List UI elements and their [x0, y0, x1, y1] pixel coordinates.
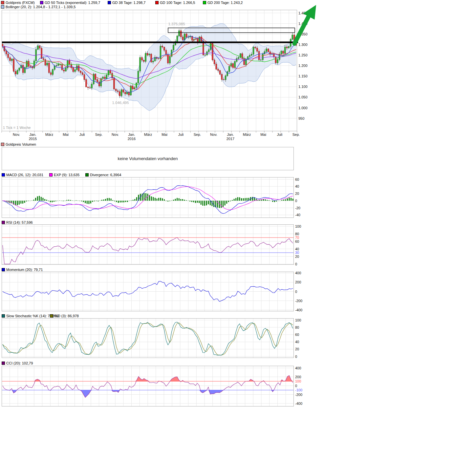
time-axis-month: Nov. — [9, 133, 24, 136]
legend-swatch — [2, 268, 5, 271]
legend-swatch — [1, 143, 4, 146]
svg-text:1.375,085: 1.375,085 — [168, 22, 185, 26]
indicator-axis-label: 0 — [295, 262, 297, 266]
indicator-axis-label: 20 — [295, 255, 299, 259]
time-axis-month: Nov. — [206, 133, 221, 136]
time-axis-month: Mai — [256, 133, 270, 136]
main-chart-legend-row2: Bollinger (20, 2): 1.204,8 - 1.272,1 - 1… — [0, 5, 315, 9]
indicator-axis-label: 100 — [295, 318, 301, 322]
legend-swatch — [2, 173, 5, 176]
time-axis-month: März — [240, 133, 254, 136]
legend-item: GD 200 Tage: 1.243,2 — [203, 1, 243, 5]
legend-item: Bollinger (20, 2): 1.204,8 - 1.272,1 - 1… — [1, 5, 76, 9]
indicator-axis-label: 60 — [295, 239, 299, 243]
indicator-axis-label: 200 — [295, 280, 301, 284]
legend-swatch — [85, 173, 89, 176]
indicator-axis-label: -400 — [295, 402, 302, 405]
legend-item: Divergence: 6,3964 — [85, 173, 121, 177]
time-axis-month: Juli — [75, 133, 89, 136]
indicator-axis-label: 400 — [295, 366, 301, 370]
time-axis-month: Juli — [272, 133, 287, 136]
time-axis-month: Jan. — [124, 133, 139, 136]
indicator-axis-label: -400 — [295, 308, 302, 312]
main-price-chart[interactable]: 1.375,0851.046,4951 Tick = 1 Woche — [2, 10, 297, 131]
price-axis-label: 1.050 — [298, 95, 308, 99]
legend-swatch — [1, 1, 4, 4]
legend-label: CCI (20): 102,79 — [6, 361, 33, 365]
time-axis-month: Jan. — [26, 133, 40, 136]
indicator-axis-label: -100 — [295, 388, 302, 392]
legend-item: MACD (26, 12): 20,031 — [2, 173, 43, 177]
momentum-panel[interactable] — [2, 272, 294, 311]
indicator-axis-label: 100 — [295, 224, 301, 228]
legend-label: Goldpreis (FXCM) — [6, 1, 35, 5]
time-axis-year: 2017 — [223, 137, 238, 141]
legend-label: Momentum (20): 79,71 — [6, 268, 43, 272]
legend-item: %D (3): 86,978 — [50, 314, 79, 318]
indicator-axis-label: 100 — [295, 379, 301, 383]
legend-item: Goldpreis (FXCM) — [1, 1, 35, 5]
cci-panel[interactable] — [2, 366, 294, 406]
indicator-axis-label: 30 — [295, 251, 299, 255]
time-axis-month: Mai — [58, 133, 73, 136]
legend-item: CCI (20): 102,79 — [2, 361, 33, 365]
volume-legend: Goldpreis Volumen — [0, 142, 315, 147]
time-axis-month: Sep. — [289, 133, 303, 136]
indicator-axis-label: 0 — [295, 355, 297, 359]
legend-swatch — [40, 1, 43, 4]
time-axis-month: Mai — [157, 133, 172, 136]
indicator-axis-label: -40 — [295, 213, 300, 217]
volume-empty-message: keine Volumendaten vorhanden — [118, 156, 178, 161]
stochastic-panel[interactable] — [2, 318, 294, 358]
indicator-axis-label: 0 — [295, 199, 297, 203]
rsi-panel[interactable] — [2, 224, 294, 265]
indicator-axis-label: -20 — [295, 206, 300, 210]
indicator-axis-label: 200 — [295, 375, 301, 379]
indicator-axis-label: 0 — [295, 290, 297, 294]
time-axis-month: Jan. — [223, 133, 238, 136]
indicator-axis-label: 60 — [295, 177, 299, 181]
legend-label: RSI (14): 57,596 — [6, 220, 33, 224]
legend-swatch — [1, 5, 4, 9]
legend-item: RSI (14): 57,596 — [2, 220, 33, 224]
legend-label: GD 38 Tage: 1.298,7 — [112, 1, 145, 5]
legend-label: GD 200 Tage: 1.243,2 — [207, 1, 243, 5]
legend-swatch — [203, 1, 206, 4]
legend-label: GD 100 Tage: 1.266,5 — [160, 1, 195, 5]
indicator-axis-label: 20 — [295, 347, 299, 351]
price-axis-label: 1.250 — [298, 53, 308, 57]
legend-label: EXP (9): 13,635 — [54, 173, 79, 177]
price-axis-label: 1.100 — [298, 85, 308, 89]
legend-label: MACD (26, 12): 20,031 — [6, 173, 43, 177]
legend-swatch — [155, 1, 159, 4]
chart-page: { "main_chart": { "legend": [ {"label":"… — [0, 0, 476, 456]
time-axis-month: Sep. — [92, 133, 106, 136]
indicator-axis-label: 60 — [295, 333, 299, 337]
legend-label: %D (3): 86,978 — [54, 314, 79, 318]
time-axis-year: 2015 — [26, 137, 40, 141]
legend-item: Momentum (20): 79,71 — [2, 268, 43, 272]
svg-text:1.046,495: 1.046,495 — [112, 101, 129, 105]
time-axis-month: März — [42, 133, 56, 136]
indicator-axis-label: 20 — [295, 192, 299, 196]
legend-swatch — [49, 173, 53, 176]
legend-swatch — [50, 314, 53, 318]
time-axis-month: März — [141, 133, 155, 136]
main-chart-legend-row1: Goldpreis (FXCM)GD 50 Ticks (exponential… — [0, 1, 315, 5]
indicator-axis-label: 80 — [295, 325, 299, 329]
legend-item: GD 100 Tage: 1.266,5 — [155, 1, 195, 5]
indicator-axis-label: 40 — [295, 184, 299, 188]
svg-text:1 Tick = 1 Woche: 1 Tick = 1 Woche — [3, 126, 31, 130]
indicator-axis-label: 40 — [295, 340, 299, 344]
indicator-axis-label: -200 — [295, 393, 302, 397]
indicator-axis-label: -200 — [295, 299, 302, 303]
macd-panel[interactable] — [2, 177, 294, 218]
time-axis-month: Sep. — [190, 133, 205, 136]
time-axis-month: Juli — [174, 133, 188, 136]
volume-panel: keine Volumendaten vorhanden — [2, 147, 294, 170]
legend-label: Goldpreis Volumen — [6, 142, 36, 146]
price-axis-label: 1.150 — [298, 74, 308, 78]
legend-item: GD 38 Tage: 1.298,7 — [108, 1, 145, 5]
legend-swatch — [108, 1, 111, 4]
legend-item: Goldpreis Volumen — [1, 142, 36, 146]
